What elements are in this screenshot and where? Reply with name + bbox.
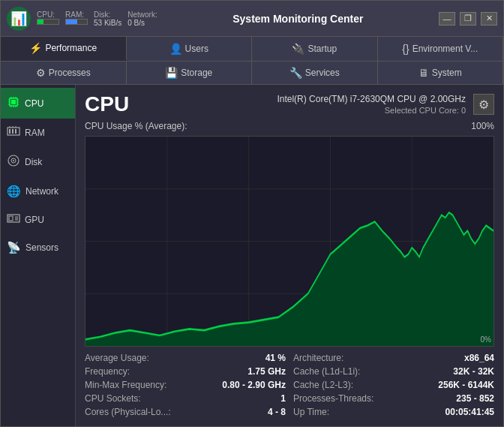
gpu-sidebar-icon — [7, 213, 20, 226]
bottom-tab-bar: ⚙ Processes 💾 Storage 🔧 Services 🖥 Syste… — [1, 62, 503, 85]
sidebar-label-ram: RAM — [25, 128, 45, 138]
cpu-chart: 0% — [85, 136, 494, 347]
ram-sidebar-icon — [7, 126, 20, 139]
sidebar-label-sensors: Sensors — [26, 242, 58, 253]
sidebar: CPU RAM — [1, 85, 76, 426]
settings-button[interactable]: ⚙ — [473, 94, 494, 115]
tab-performance[interactable]: ⚡ Performance — [1, 37, 127, 61]
window-controls: — ❐ ✕ — [439, 12, 497, 26]
sidebar-label-network: Network — [26, 186, 58, 197]
sensors-sidebar-icon: 📡 — [7, 241, 21, 254]
processor-name: Intel(R) Core(TM) i7-2630QM CPU @ 2.00GH… — [277, 94, 466, 104]
cpu-sidebar-icon — [7, 95, 20, 111]
quick-stats: CPU: RAM: Disk: 53 KiB/s — [37, 11, 158, 27]
svg-rect-1 — [11, 100, 16, 104]
svg-rect-16 — [12, 129, 14, 134]
disk-stat: Disk: 53 KiB/s — [94, 11, 122, 27]
cpu-bar — [37, 19, 59, 25]
cpu-bar-fill — [38, 20, 44, 24]
svg-rect-17 — [15, 129, 16, 134]
sidebar-item-gpu[interactable]: GPU — [1, 206, 75, 233]
tab-startup[interactable]: 🔌 Startup — [252, 37, 378, 61]
sidebar-item-cpu[interactable]: CPU — [1, 88, 75, 119]
minimize-button[interactable]: — — [439, 12, 455, 26]
chart-max: 100% — [471, 121, 494, 131]
ram-bar — [65, 19, 88, 25]
performance-icon: ⚡ — [29, 42, 42, 54]
chart-svg — [86, 137, 494, 346]
sidebar-item-disk[interactable]: Disk — [1, 146, 75, 177]
storage-icon: 💾 — [165, 67, 178, 79]
chart-header: CPU Usage % (Average): 100% — [85, 121, 494, 131]
system-icon: 🖥 — [418, 67, 429, 79]
tab-users[interactable]: 👤 Users — [127, 37, 253, 61]
stat-architecture: Architecture: x86_64 Cache (L1d-L1i): 32… — [293, 351, 494, 419]
sidebar-label-disk: Disk — [25, 157, 42, 167]
tab-processes[interactable]: ⚙ Processes — [1, 62, 127, 84]
close-button[interactable]: ✕ — [481, 12, 497, 26]
stat-avg-usage: Average Usage: 41 % Frequency: 1.75 GHz … — [85, 351, 286, 419]
network-stat: Network: 0 B/s — [128, 11, 157, 27]
cpu-content: CPU Intel(R) Core(TM) i7-2630QM CPU @ 2.… — [76, 85, 503, 426]
tab-system[interactable]: 🖥 System — [378, 62, 504, 84]
disk-sidebar-icon — [7, 154, 20, 170]
tab-services[interactable]: 🔧 Services — [252, 62, 378, 84]
tab-environment[interactable]: {} Environment V... — [378, 37, 504, 61]
svg-point-23 — [13, 160, 14, 161]
cpu-header: CPU Intel(R) Core(TM) i7-2630QM CPU @ 2.… — [85, 92, 494, 116]
window-title: System Monitoring Center — [164, 13, 433, 25]
title-bar: 📊 CPU: RAM: Disk: — [1, 1, 503, 37]
main-window: 📊 CPU: RAM: Disk: — [0, 0, 504, 427]
users-icon: 👤 — [170, 43, 182, 55]
main-content: CPU RAM — [1, 85, 503, 426]
maximize-button[interactable]: ❐ — [460, 12, 476, 26]
sidebar-label-cpu: CPU — [25, 98, 44, 109]
environment-icon: {} — [402, 43, 409, 55]
tab-storage[interactable]: 💾 Storage — [127, 62, 253, 84]
sidebar-label-gpu: GPU — [25, 215, 44, 225]
startup-icon: 🔌 — [292, 43, 304, 55]
app-icon: 📊 — [7, 7, 31, 31]
processes-icon: ⚙ — [36, 67, 46, 79]
ram-stat: RAM: — [65, 11, 88, 27]
sidebar-item-ram[interactable]: RAM — [1, 119, 75, 146]
svg-rect-15 — [9, 129, 10, 134]
core-select: Selected CPU Core: 0 — [385, 106, 466, 115]
cpu-stat: CPU: — [37, 11, 59, 27]
cpu-title: CPU — [85, 92, 129, 116]
sidebar-item-network[interactable]: 🌐 Network — [1, 177, 75, 206]
chart-label: CPU Usage % (Average): — [85, 121, 188, 131]
services-icon: 🔧 — [290, 67, 302, 79]
svg-rect-25 — [9, 216, 13, 221]
cpu-stats: Average Usage: 41 % Frequency: 1.75 GHz … — [85, 351, 494, 419]
chart-zero: 0% — [481, 335, 491, 344]
ram-bar-fill — [66, 20, 77, 24]
network-sidebar-icon: 🌐 — [7, 185, 21, 198]
sidebar-item-sensors[interactable]: 📡 Sensors — [1, 233, 75, 262]
top-tab-bar: ⚡ Performance 👤 Users 🔌 Startup {} Envir… — [1, 37, 503, 62]
